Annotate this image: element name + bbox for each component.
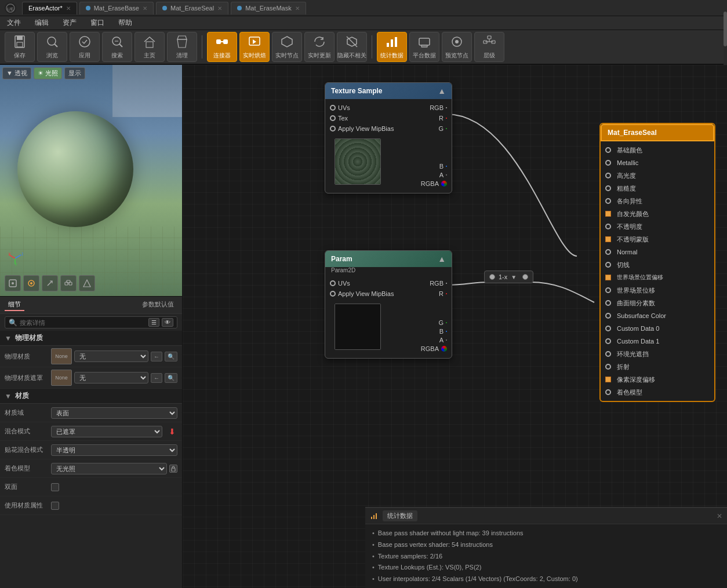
param-expand-icon[interactable]: ▲: [438, 254, 446, 264]
node-header[interactable]: Texture Sample ▲: [325, 83, 452, 99]
param-uvs-pin[interactable]: [330, 280, 336, 286]
tangent-pin[interactable]: [605, 262, 611, 268]
show-btn[interactable]: 显示: [64, 67, 85, 79]
mat-header[interactable]: Mat_EraseSeal: [601, 124, 714, 141]
param-b-pin[interactable]: [446, 331, 447, 332]
platform-button[interactable]: 平台数据: [409, 32, 439, 62]
param-mipbias-pin[interactable]: [330, 291, 336, 297]
custom-data-0-pin[interactable]: [605, 326, 611, 331]
tex-pin[interactable]: [330, 115, 336, 121]
texture-sample-node[interactable]: Texture Sample ▲ UVs RGB: [325, 82, 452, 193]
rgb-pin[interactable]: [446, 107, 447, 108]
ao-pin[interactable]: [605, 351, 611, 357]
g-pin[interactable]: [446, 128, 447, 129]
tab-close[interactable]: ✕: [66, 5, 71, 12]
prop-search-btn[interactable]: 🔍: [165, 352, 177, 361]
lock-icon[interactable]: [169, 465, 177, 473]
tab-mat-erasemask[interactable]: Mat_EraseMask ✕: [231, 2, 306, 14]
prop-back-btn2[interactable]: ←: [151, 373, 162, 383]
physical-material-mask-select[interactable]: 无: [74, 372, 148, 384]
shading-model-pin[interactable]: [605, 389, 611, 395]
use-material-attrs-checkbox[interactable]: [51, 502, 59, 510]
list-view-button[interactable]: ☰: [148, 318, 159, 327]
node-editor[interactable]: Texture Sample ▲ UVs RGB: [183, 65, 727, 588]
menu-edit[interactable]: 编辑: [32, 17, 51, 29]
nav-btn-4[interactable]: [60, 275, 77, 291]
normal-pin[interactable]: [605, 249, 611, 255]
clean-button[interactable]: 清理: [167, 32, 197, 62]
realtime-button[interactable]: 实时烘焙: [239, 32, 270, 62]
double-sided-checkbox[interactable]: [51, 483, 59, 491]
save-button[interactable]: 保存: [5, 32, 35, 62]
eye-view-button[interactable]: 👁: [162, 318, 173, 327]
nav-btn-2[interactable]: [23, 275, 39, 291]
b-pin[interactable]: [446, 166, 447, 167]
roughness-pin[interactable]: [605, 185, 611, 191]
oneminusx-in-pin[interactable]: [489, 274, 495, 280]
lighting-btn[interactable]: ☀ 光照: [34, 67, 62, 79]
prop-back-btn[interactable]: ←: [151, 352, 162, 361]
shading-model-select[interactable]: 无光照: [51, 463, 167, 474]
menu-asset[interactable]: 资产: [60, 17, 79, 29]
apply-button[interactable]: 应用: [70, 32, 100, 62]
search-button[interactable]: 搜索: [102, 32, 132, 62]
physical-material-select[interactable]: 无: [74, 350, 148, 362]
prop-tab-details[interactable]: 细节: [5, 299, 24, 311]
r-pin[interactable]: [446, 118, 447, 119]
mat-eraseseal-node[interactable]: Mat_EraseSeal 基础颜色 Metallic 高光度: [599, 123, 715, 402]
nav-btn-3[interactable]: [42, 275, 58, 291]
tab-mat-eraseseal[interactable]: Mat_EraseSeal ✕: [156, 2, 228, 14]
blend-mode-select[interactable]: 已遮罩: [51, 426, 162, 437]
menu-file[interactable]: 文件: [5, 17, 23, 29]
tab-close[interactable]: ✕: [295, 5, 300, 12]
perspective-btn[interactable]: ▼ 透视: [2, 67, 31, 79]
material-domain-select[interactable]: 表面: [51, 407, 177, 419]
param-header[interactable]: Param ▲: [325, 251, 452, 267]
param-rgba-pin[interactable]: [441, 346, 447, 352]
preview-node-button[interactable]: 预览节点: [442, 32, 472, 62]
oneminusx-dropdown[interactable]: ▼: [511, 274, 517, 280]
section-material[interactable]: ▼ 材质: [0, 389, 182, 404]
metallic-pin[interactable]: [605, 160, 611, 166]
custom-data-1-pin[interactable]: [605, 338, 611, 344]
oneminusx-out-pin[interactable]: [522, 274, 528, 280]
one-minus-x-node[interactable]: 1-x ▼: [484, 271, 533, 283]
prop-search-btn2[interactable]: 🔍: [165, 373, 177, 383]
param-a-pin[interactable]: [446, 339, 447, 341]
opacity-pin[interactable]: [605, 224, 611, 229]
tab-close[interactable]: ✕: [217, 5, 222, 12]
param-r-pin[interactable]: [446, 293, 447, 294]
param-rgb-pin[interactable]: [446, 283, 447, 284]
prop-tab-params[interactable]: 参数默认值: [139, 299, 177, 311]
node-expand-icon[interactable]: ▲: [438, 86, 446, 96]
tab-eraseactor[interactable]: EraseActor* ✕: [22, 2, 77, 14]
stats-button[interactable]: 统计数据: [377, 32, 407, 62]
material-swatch[interactable]: None: [51, 348, 72, 364]
subsurface-pin[interactable]: [605, 313, 611, 319]
realtime-update-button[interactable]: 实时更新: [304, 32, 335, 62]
decal-blend-select[interactable]: 半透明: [51, 444, 177, 456]
search-input[interactable]: [20, 319, 101, 326]
tab-close[interactable]: ✕: [143, 5, 147, 12]
param-node[interactable]: Param ▲ Param2D UVs RGB: [325, 250, 452, 359]
hierarchy-button[interactable]: 层级: [474, 32, 504, 62]
panel-close-btn[interactable]: ✕: [717, 512, 722, 520]
tab-mat-erasebase[interactable]: Mat_EraseBase ✕: [79, 2, 154, 14]
tessellation-pin[interactable]: [605, 300, 611, 306]
emissive-pin[interactable]: [605, 211, 611, 217]
realtime-node-button[interactable]: 实时节点: [272, 32, 302, 62]
connect-button[interactable]: 连接器: [207, 32, 237, 62]
nav-btn-5[interactable]: [79, 275, 95, 291]
specular-pin[interactable]: [605, 173, 611, 178]
stats-tab[interactable]: 统计数据: [383, 510, 417, 521]
opacity-mask-pin[interactable]: [605, 236, 611, 242]
anisotropy-pin[interactable]: [605, 198, 611, 204]
blend-mode-arrow[interactable]: ⬇: [167, 426, 177, 437]
base-color-pin[interactable]: [605, 147, 611, 153]
world-displacement-pin[interactable]: [605, 287, 611, 293]
refraction-pin[interactable]: [605, 364, 611, 370]
hide-unrelated-button[interactable]: 隐藏不相关: [337, 32, 367, 62]
menu-window[interactable]: 窗口: [88, 17, 107, 29]
world-offset-pin[interactable]: [605, 275, 611, 280]
uvs-pin[interactable]: [330, 105, 336, 111]
